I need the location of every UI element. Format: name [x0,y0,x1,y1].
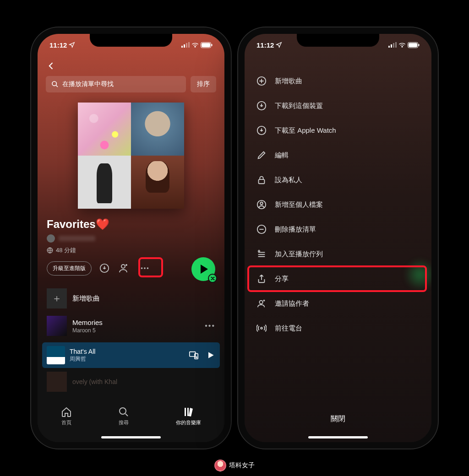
back-button[interactable] [47,61,56,70]
status-right [388,42,420,48]
plus-icon: ＋ [47,288,67,308]
svg-rect-0 [181,46,183,48]
add-song-row[interactable]: ＋ 新增歌曲 [38,285,224,312]
svg-point-8 [52,81,56,86]
action-row: 升級至進階版 [47,260,215,276]
svg-rect-32 [259,179,265,184]
plus-circle-icon [256,76,267,86]
status-time: 11:12 [256,41,274,49]
menu-add-song[interactable]: 新增歌曲 [245,69,431,93]
upgrade-button[interactable]: 升級至進階版 [47,261,92,276]
svg-point-17 [196,357,197,358]
now-playing-artist: 周興哲 [70,355,184,363]
svg-rect-21 [388,46,390,48]
svg-point-4 [195,46,196,47]
status-right [181,42,213,48]
menu-radio[interactable]: 前往電台 [245,316,431,341]
menu-share[interactable]: 分享 [245,266,431,291]
menu-make-private[interactable]: 設為私人 [245,168,431,192]
playlist-screen: 11:12 在播放清單中尋找 排序 [38,34,224,442]
shuffle-badge[interactable] [208,274,217,283]
playlist-meta: 48 分鐘 [47,246,215,254]
svg-rect-28 [419,44,420,46]
notch [90,34,172,47]
now-playing-bar[interactable]: That's All 周興哲 [42,342,220,368]
tab-library[interactable]: 你的音樂庫 [176,406,201,426]
svg-rect-27 [409,43,417,47]
location-icon [276,42,282,48]
svg-rect-22 [391,44,392,48]
svg-rect-19 [185,408,186,416]
play-button[interactable] [191,257,215,281]
track-title: Memories [72,319,199,326]
globe-icon [47,247,53,254]
home-indicator[interactable] [101,436,161,438]
location-icon [69,42,75,48]
menu-add-profile[interactable]: 新增至個人檔案 [245,192,431,217]
track-more-button[interactable]: ••• [205,322,215,330]
cover-art-4 [131,156,184,209]
track-row[interactable]: Memories Maroon 5 ••• [38,312,224,340]
menu-edit[interactable]: 編輯 [245,143,431,168]
devices-icon[interactable] [189,350,199,360]
add-user-icon [118,263,129,274]
svg-rect-3 [188,42,190,48]
close-button[interactable]: 關閉 [245,414,431,424]
sort-button[interactable]: 排序 [191,76,216,92]
now-playing-title: That's All [70,348,184,355]
svg-point-25 [402,46,403,47]
more-options-button[interactable] [136,260,153,276]
svg-rect-20 [187,408,189,416]
context-menu: 新增歌曲 下載到這個裝置 下載至 Apple Watch 編輯 設為私人 新增至… [245,69,431,341]
menu-add-queue[interactable]: 加入至播放佇列 [245,242,431,266]
menu-download-watch[interactable]: 下載至 Apple Watch [245,118,431,143]
lock-icon [256,175,267,185]
home-indicator[interactable] [308,436,368,438]
menu-download-device[interactable]: 下載到這個裝置 [245,93,431,118]
minus-circle-icon [256,224,267,234]
library-icon [183,406,194,417]
phone-right: 11:12 新增歌曲 下載到這個裝置 下載至 Apple Watch [238,27,438,449]
svg-point-36 [259,301,262,304]
track-art [47,316,67,336]
faded-track-title: ovely (with Khal [72,378,117,385]
signal-icon [388,42,397,48]
search-input[interactable]: 在播放清單中尋找 [46,76,186,92]
cover-art-2 [131,103,184,156]
radio-icon [256,323,267,333]
svg-rect-6 [202,43,210,47]
cover-art-3 [78,156,131,209]
add-collaborator-button[interactable] [117,262,130,275]
download-button[interactable] [98,262,111,275]
search-placeholder: 在播放清單中尋找 [62,80,114,88]
user-icon [256,200,267,210]
svg-rect-2 [186,43,187,48]
tab-search[interactable]: 搜尋 [118,406,129,426]
home-icon [61,406,72,417]
faded-track-row: ovely (with Khal [38,371,224,392]
tab-home[interactable]: 首頁 [61,406,72,426]
context-menu-screen: 11:12 新增歌曲 下載到這個裝置 下載至 Apple Watch [245,34,431,442]
svg-point-34 [260,202,263,205]
svg-point-37 [261,327,262,329]
svg-point-12 [141,267,143,269]
menu-invite[interactable]: 邀請協作者 [245,291,431,316]
watermark-avatar-icon [214,460,226,471]
svg-rect-1 [184,44,185,48]
play-icon[interactable] [206,351,215,360]
share-icon [256,274,267,284]
status-time: 11:12 [49,41,67,49]
pencil-icon [256,150,267,160]
watermark: 塔科女子 [214,460,255,471]
svg-point-13 [144,267,146,269]
more-icon [140,263,150,273]
download-icon [256,101,267,111]
svg-point-14 [147,267,149,269]
now-playing-art [47,346,65,364]
svg-rect-23 [393,43,394,48]
svg-point-18 [120,408,126,414]
menu-delete[interactable]: 刪除播放清單 [245,217,431,242]
queue-icon [256,249,267,259]
download-icon [99,263,109,273]
owner-avatar [47,234,55,243]
